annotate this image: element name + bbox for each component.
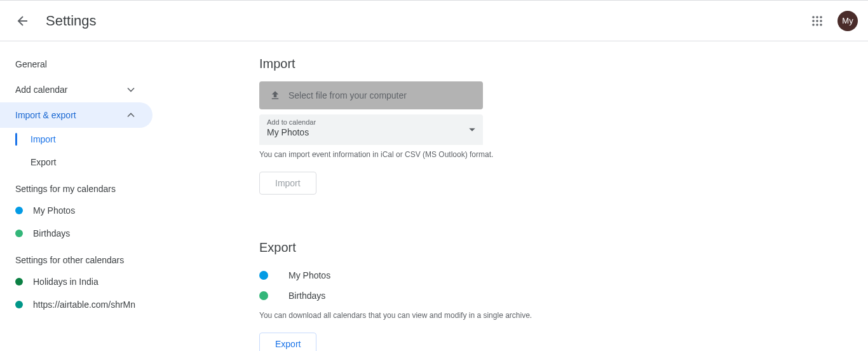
- sidebar-item-general[interactable]: General: [0, 52, 153, 77]
- export-cal-row: Birthdays: [259, 286, 868, 306]
- section-other-calendars: Settings for other calendars: [0, 245, 163, 270]
- select-file-button[interactable]: Select file from your computer: [259, 81, 483, 109]
- calendar-label: Holidays in India: [33, 277, 98, 287]
- export-button[interactable]: Export: [259, 333, 316, 351]
- export-button-label: Export: [275, 339, 301, 349]
- calendar-dot-icon: [15, 207, 23, 214]
- calendar-dot-icon: [259, 271, 268, 280]
- svg-point-6: [812, 24, 815, 26]
- sidebar-subitem-label: Import: [31, 134, 56, 144]
- svg-point-7: [816, 24, 818, 26]
- account-avatar[interactable]: My: [837, 11, 858, 31]
- add-to-calendar-dropdown[interactable]: Add to calendar My Photos: [259, 114, 483, 145]
- header: Settings My: [0, 1, 868, 41]
- export-cal-label: My Photos: [288, 270, 330, 280]
- calendar-dot-icon: [15, 301, 23, 308]
- import-helper-text: You can import event information in iCal…: [259, 150, 868, 159]
- sidebar-item-import-export[interactable]: Import & export: [0, 102, 153, 128]
- calendar-label: https://airtable.com/shrMn: [33, 299, 135, 310]
- svg-point-3: [812, 20, 815, 22]
- my-cal-item[interactable]: Birthdays: [0, 222, 163, 245]
- sidebar-sub-export[interactable]: Export: [0, 151, 163, 174]
- sidebar-item-label: Import & export: [15, 110, 76, 120]
- section-my-calendars: Settings for my calendars: [0, 174, 163, 199]
- export-cal-row: My Photos: [259, 265, 868, 286]
- select-file-label: Select file from your computer: [288, 90, 407, 100]
- other-cal-item[interactable]: https://airtable.com/shrMn: [0, 293, 163, 316]
- sidebar: General Add calendar Import & export Imp…: [0, 41, 163, 351]
- sidebar-item-add-calendar[interactable]: Add calendar: [0, 77, 153, 102]
- export-section-title: Export: [259, 240, 868, 255]
- import-section-title: Import: [259, 57, 868, 71]
- calendar-dot-icon: [15, 230, 23, 237]
- other-cal-item[interactable]: Holidays in India: [0, 270, 163, 293]
- svg-point-1: [816, 16, 818, 18]
- dropdown-arrow-icon: [469, 128, 475, 132]
- my-cal-item[interactable]: My Photos: [0, 199, 163, 222]
- dropdown-label: Add to calendar: [267, 118, 475, 126]
- body: General Add calendar Import & export Imp…: [0, 41, 868, 351]
- calendar-dot-icon: [15, 278, 23, 286]
- chevron-down-icon: [125, 83, 137, 96]
- header-left: Settings: [10, 8, 97, 34]
- svg-point-5: [820, 20, 822, 22]
- calendar-label: My Photos: [33, 205, 75, 216]
- svg-point-2: [820, 16, 822, 18]
- main-content: Import Select file from your computer Ad…: [163, 41, 868, 351]
- header-right: My: [804, 8, 858, 34]
- sidebar-subitem-label: Export: [31, 157, 56, 167]
- sidebar-sub-import[interactable]: Import: [0, 128, 163, 151]
- svg-point-4: [816, 20, 818, 22]
- calendar-dot-icon: [259, 291, 268, 300]
- import-button[interactable]: Import: [259, 172, 316, 195]
- dropdown-value: My Photos: [267, 127, 475, 137]
- back-button[interactable]: [10, 8, 36, 34]
- calendar-label: Birthdays: [33, 228, 70, 238]
- apps-grid-icon: [811, 15, 823, 27]
- chevron-up-icon: [125, 109, 137, 121]
- page-title: Settings: [46, 13, 97, 29]
- sidebar-item-label: General: [15, 59, 47, 69]
- arrow-left-icon: [15, 13, 31, 29]
- export-helper-text: You can download all calendars that you …: [259, 311, 868, 320]
- import-button-label: Import: [275, 178, 301, 188]
- upload-icon: [269, 90, 281, 101]
- export-cal-label: Birthdays: [288, 291, 325, 301]
- svg-point-0: [812, 16, 815, 18]
- sidebar-item-label: Add calendar: [15, 85, 68, 95]
- export-section: Export My Photos Birthdays You can downl…: [259, 240, 868, 351]
- google-apps-button[interactable]: [804, 8, 830, 34]
- svg-point-8: [820, 24, 822, 26]
